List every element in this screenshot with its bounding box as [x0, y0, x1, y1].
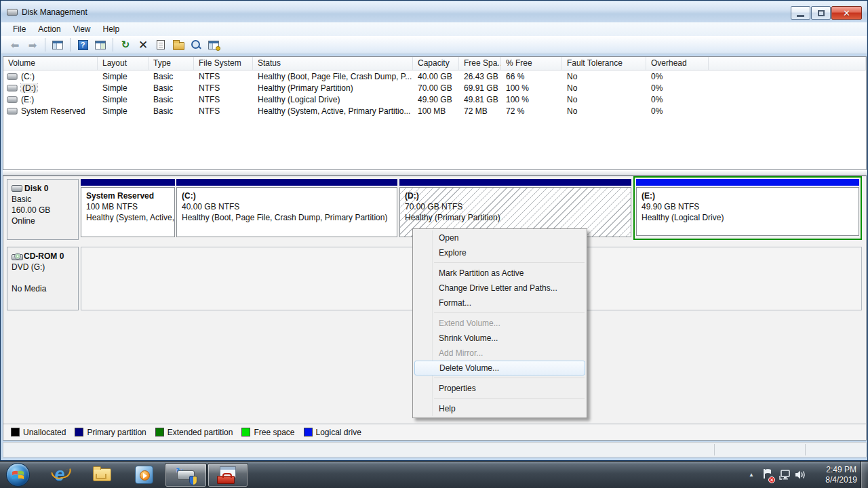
taskbar-admin-tools-active[interactable] — [208, 463, 248, 487]
cell-pctfree: 72 % — [501, 106, 562, 116]
cell-free: 72 MB — [459, 106, 501, 116]
close-button[interactable]: ✕ — [831, 6, 862, 20]
col-filler — [709, 57, 866, 70]
col-faulttolerance[interactable]: Fault Tolerance — [562, 57, 646, 70]
taskbar-disk-management-active[interactable]: ↻ — [165, 463, 207, 487]
cdrom-header[interactable]: CD-ROM 0 DVD (G:) No Media — [7, 247, 79, 310]
speaker-icon — [795, 470, 806, 480]
table-row-c[interactable]: (C:) Simple Basic NTFS Healthy (Boot, Pa… — [3, 70, 866, 82]
col-filesystem[interactable]: File System — [194, 57, 253, 70]
taskbar-media-player[interactable] — [129, 462, 159, 488]
partition-status: Healthy (System, Active, — [86, 212, 170, 223]
cell-fs: NTFS — [194, 83, 253, 93]
partition-size: 40.00 GB NTFS — [182, 201, 392, 212]
back-button[interactable]: ⬅ — [7, 37, 23, 52]
open-button[interactable] — [170, 37, 186, 52]
menu-item-format[interactable]: Format... — [414, 296, 585, 310]
menu-action[interactable]: Action — [32, 23, 66, 35]
cell-free: 49.81 GB — [459, 95, 501, 104]
cell-ft: No — [562, 83, 646, 93]
col-freespace[interactable]: Free Spa... — [459, 57, 501, 70]
partition-c[interactable]: (C:) 40.00 GB NTFS Healthy (Boot, Page F… — [176, 179, 397, 237]
pane-splitter[interactable] — [3, 170, 867, 176]
partition-size: 49.90 GB NTFS — [642, 201, 854, 212]
disk0-header[interactable]: Disk 0 Basic 160.00 GB Online — [7, 179, 79, 240]
windows-flag-icon — [12, 469, 25, 481]
menu-item-change-letter[interactable]: Change Drive Letter and Paths... — [414, 281, 585, 296]
cell-capacity: 70.00 GB — [413, 83, 459, 93]
app-icon — [7, 9, 18, 16]
cell-layout: Simple — [98, 106, 149, 116]
menu-view[interactable]: View — [67, 23, 97, 35]
volume-name: (D:) — [21, 83, 37, 93]
status-bar — [3, 442, 867, 458]
table-row-e[interactable]: (E:) Simple Basic NTFS Healthy (Logical … — [3, 94, 866, 105]
start-button[interactable] — [6, 463, 30, 487]
show-desktop-button[interactable] — [861, 462, 868, 488]
menu-item-help[interactable]: Help — [414, 401, 585, 416]
help-button[interactable]: ? — [75, 37, 91, 52]
legend-logical: Logical drive — [304, 428, 361, 437]
tray-network[interactable] — [776, 462, 793, 488]
col-layout[interactable]: Layout — [98, 57, 149, 70]
console-tree-button[interactable] — [50, 37, 66, 52]
menu-separator — [434, 262, 585, 263]
cell-type: Basic — [149, 95, 194, 104]
legend-bar: Unallocated Primary partition Extended p… — [3, 424, 866, 440]
tray-show-hidden-icons[interactable]: ▲ — [743, 462, 760, 488]
taskbar-explorer[interactable] — [87, 462, 117, 488]
maximize-button[interactable] — [811, 6, 831, 20]
volume-name: (C:) — [21, 72, 35, 81]
folder-icon — [93, 468, 111, 481]
col-volume[interactable]: Volume — [3, 57, 98, 70]
col-overhead[interactable]: Overhead — [646, 57, 709, 70]
refresh-button[interactable]: ↻ — [117, 37, 134, 52]
col-pctfree[interactable]: % Free — [501, 57, 562, 70]
menu-item-delete-volume[interactable]: Delete Volume... — [414, 361, 585, 375]
legend-primary: Primary partition — [75, 428, 146, 437]
tray-volume[interactable] — [792, 462, 808, 488]
maximize-icon — [818, 10, 825, 16]
table-row-system-reserved[interactable]: System Reserved Simple Basic NTFS Health… — [3, 105, 866, 117]
title-bar[interactable]: Disk Management ✕ — [1, 1, 867, 22]
table-row-d[interactable]: (D:) Simple Basic NTFS Healthy (Primary … — [3, 82, 866, 94]
taskbar-clock[interactable]: 2:49 PM 8/4/2019 — [825, 462, 857, 488]
cell-type: Basic — [149, 83, 194, 93]
disk-icon — [12, 185, 22, 192]
menu-item-explore[interactable]: Explore — [414, 245, 585, 260]
forward-icon: ➡ — [28, 40, 37, 50]
cell-status: Healthy (System, Active, Primary Partiti… — [253, 106, 413, 116]
cell-layout: Simple — [98, 72, 149, 81]
volume-icon — [7, 108, 17, 115]
menu-file[interactable]: File — [7, 23, 32, 35]
action-pane-button[interactable] — [92, 37, 108, 52]
cell-pctfree: 100 % — [501, 83, 562, 93]
menu-help[interactable]: Help — [97, 23, 126, 35]
menu-separator — [434, 398, 585, 399]
menu-item-mark-active[interactable]: Mark Partition as Active — [414, 266, 585, 281]
cell-ft: No — [562, 95, 646, 104]
forward-button[interactable]: ➡ — [24, 37, 41, 52]
menu-item-properties[interactable]: Properties — [414, 381, 585, 396]
find-button[interactable] — [188, 37, 204, 52]
tray-action-center[interactable]: ✕ — [760, 462, 776, 488]
legend-swatch-freespace — [241, 428, 250, 436]
delete-icon: ✕ — [138, 39, 148, 51]
col-capacity[interactable]: Capacity — [413, 57, 459, 70]
partition-e-extended[interactable]: (E:) 49.90 GB NTFS Healthy (Logical Driv… — [633, 176, 862, 240]
partition-system-reserved[interactable]: System Reserved 100 MB NTFS Healthy (Sys… — [81, 179, 175, 237]
partition-color-bar — [81, 179, 175, 186]
col-type[interactable]: Type — [149, 57, 194, 70]
menu-item-open[interactable]: Open — [414, 230, 585, 245]
minimize-button[interactable] — [791, 6, 810, 20]
delete-button[interactable]: ✕ — [135, 37, 151, 52]
properties-button[interactable] — [153, 37, 169, 52]
cell-pctfree: 100 % — [501, 95, 562, 104]
col-status[interactable]: Status — [253, 57, 413, 70]
cdrom-icon — [12, 253, 22, 260]
taskbar-internet-explorer[interactable]: e — [45, 462, 75, 488]
menu-bar: File Action View Help — [1, 22, 867, 36]
menu-item-shrink-volume[interactable]: Shrink Volume... — [414, 331, 585, 346]
cell-overhead: 0% — [646, 106, 709, 116]
settings-button[interactable] — [205, 37, 222, 52]
